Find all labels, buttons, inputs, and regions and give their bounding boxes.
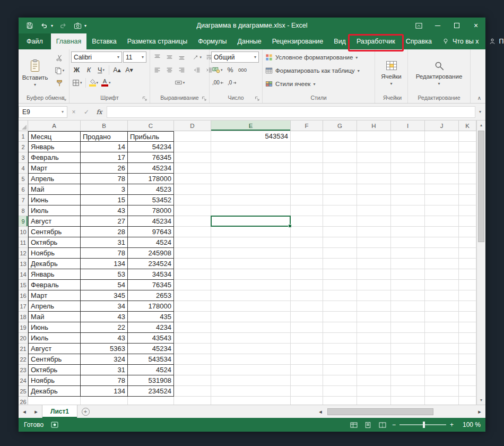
cell-B26[interactable]: [81, 397, 128, 405]
cell-H19[interactable]: [357, 322, 391, 333]
accounting-format-button[interactable]: ▾: [211, 64, 224, 75]
row-header-11[interactable]: 11: [19, 237, 28, 248]
collapse-ribbon-icon[interactable]: ∧: [477, 95, 481, 101]
camera-button[interactable]: [73, 21, 82, 30]
cell-K6[interactable]: [459, 184, 476, 195]
cell-C3[interactable]: 76345: [128, 152, 174, 163]
cell-D8[interactable]: [174, 205, 211, 216]
cell-D6[interactable]: [174, 184, 211, 195]
cell-G10[interactable]: [323, 227, 357, 237]
cell-I12[interactable]: [391, 248, 425, 259]
cell-J14[interactable]: [425, 269, 459, 280]
row-header-26[interactable]: 26: [19, 397, 28, 405]
align-middle-button[interactable]: [164, 52, 175, 63]
cell-A14[interactable]: Январь: [28, 269, 81, 280]
cell-A16[interactable]: Март: [28, 290, 81, 301]
cell-B23[interactable]: 31: [81, 365, 128, 375]
cell-C17[interactable]: 178000: [128, 301, 174, 312]
row-header-2[interactable]: 2: [19, 142, 28, 152]
align-top-button[interactable]: [152, 52, 163, 63]
cell-E18[interactable]: [211, 312, 291, 322]
cell-C23[interactable]: 4524: [128, 365, 174, 375]
cell-J3[interactable]: [425, 152, 459, 163]
scroll-down-button[interactable]: ▾: [477, 396, 485, 405]
cell-H9[interactable]: [357, 216, 391, 227]
cell-F16[interactable]: [291, 290, 323, 301]
cell-D24[interactable]: [174, 375, 211, 386]
cell-H7[interactable]: [357, 195, 391, 205]
tab-data[interactable]: Данные: [232, 33, 267, 49]
cell-C20[interactable]: 43543: [128, 333, 174, 344]
cell-K16[interactable]: [459, 290, 476, 301]
cell-E7[interactable]: [211, 195, 291, 205]
cell-D16[interactable]: [174, 290, 211, 301]
cell-K22[interactable]: [459, 354, 476, 365]
view-normal-button[interactable]: [349, 420, 359, 430]
increase-decimal-button[interactable]: ,00: [211, 77, 225, 88]
cell-C7[interactable]: 53452: [128, 195, 174, 205]
cell-K3[interactable]: [459, 152, 476, 163]
cell-B16[interactable]: 345: [81, 290, 128, 301]
row-header-1[interactable]: 1: [19, 131, 28, 142]
cell-F24[interactable]: [291, 375, 323, 386]
editing-button[interactable]: Редактирование ▾: [413, 52, 466, 94]
column-header-I[interactable]: I: [391, 121, 425, 131]
cell-D1[interactable]: [174, 131, 211, 142]
cell-C1[interactable]: Прибыль: [128, 131, 174, 142]
cell-A5[interactable]: Апрель: [28, 174, 81, 184]
cell-F20[interactable]: [291, 333, 323, 344]
cell-B3[interactable]: 17: [81, 152, 128, 163]
cell-K19[interactable]: [459, 322, 476, 333]
hscroll-left-button[interactable]: ◂: [315, 408, 326, 415]
cell-A17[interactable]: Апрель: [28, 301, 81, 312]
undo-dropdown-icon[interactable]: ▾: [51, 23, 53, 28]
cell-I24[interactable]: [391, 375, 425, 386]
cell-E23[interactable]: [211, 365, 291, 375]
cell-E12[interactable]: [211, 248, 291, 259]
cell-H4[interactable]: [357, 163, 391, 174]
row-header-13[interactable]: 13: [19, 259, 28, 269]
cell-K2[interactable]: [459, 142, 476, 152]
align-center-button[interactable]: [164, 64, 175, 75]
cell-G26[interactable]: [323, 397, 357, 405]
vertical-scroll-thumb[interactable]: [478, 131, 484, 242]
cell-I26[interactable]: [391, 397, 425, 405]
cell-B24[interactable]: 78: [81, 375, 128, 386]
row-header-18[interactable]: 18: [19, 312, 28, 322]
cell-D14[interactable]: [174, 269, 211, 280]
cell-E16[interactable]: [211, 290, 291, 301]
align-right-button[interactable]: [176, 64, 187, 75]
cell-K7[interactable]: [459, 195, 476, 205]
cell-H8[interactable]: [357, 205, 391, 216]
cell-G8[interactable]: [323, 205, 357, 216]
cell-D4[interactable]: [174, 163, 211, 174]
cell-B12[interactable]: 78: [81, 248, 128, 259]
cell-J15[interactable]: [425, 280, 459, 290]
cell-F13[interactable]: [291, 259, 323, 269]
cell-J4[interactable]: [425, 163, 459, 174]
cell-B4[interactable]: 26: [81, 163, 128, 174]
underline-button[interactable]: Ч▾: [95, 64, 107, 75]
cell-I1[interactable]: [391, 131, 425, 142]
cell-F22[interactable]: [291, 354, 323, 365]
cell-I16[interactable]: [391, 290, 425, 301]
cell-F21[interactable]: [291, 344, 323, 354]
row-header-15[interactable]: 15: [19, 280, 28, 290]
column-header-B[interactable]: B: [81, 121, 128, 131]
cut-button[interactable]: [51, 52, 67, 63]
column-header-K[interactable]: K: [459, 121, 476, 131]
cell-I17[interactable]: [391, 301, 425, 312]
cell-I5[interactable]: [391, 174, 425, 184]
cell-G15[interactable]: [323, 280, 357, 290]
cell-I21[interactable]: [391, 344, 425, 354]
cell-C9[interactable]: 45234: [128, 216, 174, 227]
tab-view[interactable]: Вид: [328, 33, 351, 49]
grow-font-button[interactable]: А▴: [111, 64, 123, 75]
horizontal-scroll-track[interactable]: [326, 407, 474, 416]
cell-H25[interactable]: [357, 386, 391, 397]
cell-K20[interactable]: [459, 333, 476, 344]
conditional-formatting-button[interactable]: Условное форматирование ▾: [264, 52, 373, 63]
cell-I2[interactable]: [391, 142, 425, 152]
cell-styles-button[interactable]: Стили ячеек ▾: [264, 78, 373, 90]
sheet-tab-list1[interactable]: Лист1: [42, 405, 77, 418]
